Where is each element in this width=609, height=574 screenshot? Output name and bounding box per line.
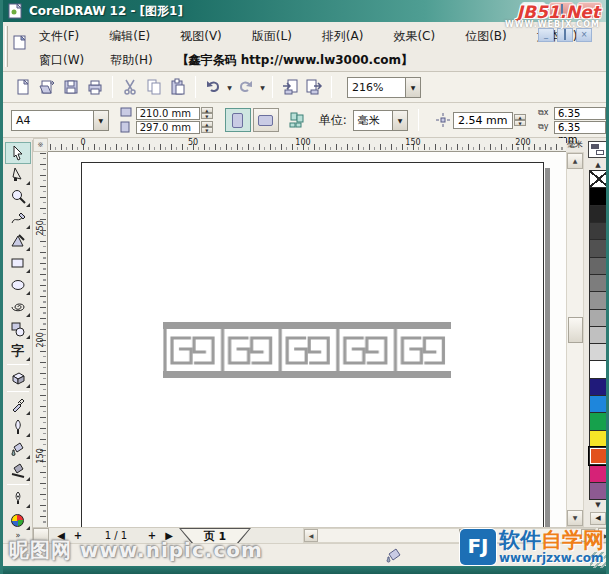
undo-button[interactable] — [201, 75, 225, 99]
zoom-level-combo[interactable]: 216% ▼ — [347, 77, 421, 98]
color-swatch-none[interactable] — [589, 170, 609, 188]
minimize-button[interactable]: — — [521, 2, 546, 19]
color-swatch[interactable] — [589, 326, 609, 344]
drawing-canvas[interactable] — [48, 152, 566, 527]
duplicate-x-field[interactable]: 6.35 mm — [554, 107, 606, 120]
smart-drawing-tool[interactable] — [5, 230, 31, 252]
color-swatch[interactable] — [589, 187, 609, 205]
text-tool[interactable]: 字 — [5, 340, 31, 362]
outline-pen-tool[interactable] — [5, 416, 31, 438]
zoom-tool[interactable] — [5, 186, 31, 208]
title-bar[interactable]: CorelDRAW 12 - [图形1] — × — [3, 0, 606, 22]
horizontal-scroll-thumb[interactable] — [459, 529, 487, 542]
nudge-offset-field[interactable]: 2.54 mm — [453, 112, 513, 129]
color-swatch[interactable] — [589, 464, 609, 482]
vertical-scroll-thumb[interactable] — [568, 317, 583, 343]
export-button[interactable] — [302, 75, 326, 99]
close-button[interactable]: × — [577, 2, 602, 19]
horizontal-scrollbar[interactable]: ◀ ▶ — [303, 528, 596, 543]
color-swatch[interactable] — [589, 205, 609, 223]
paper-height-field[interactable]: 297.0 mm — [136, 121, 200, 134]
color-swatch[interactable] — [589, 360, 609, 378]
color-swatch[interactable] — [589, 309, 609, 327]
mdi-close-button[interactable]: × — [576, 28, 592, 42]
fill-flyout[interactable] — [5, 509, 31, 531]
cut-button[interactable] — [118, 75, 142, 99]
outline-flyout[interactable] — [5, 487, 31, 509]
menu-effects[interactable]: 效果(C) — [391, 26, 437, 47]
nav-corner-button[interactable] — [33, 528, 49, 543]
color-swatch[interactable] — [589, 291, 609, 309]
print-button[interactable] — [83, 75, 107, 99]
horizontal-ruler[interactable]: 0 50 100 150 200 — [48, 138, 566, 152]
palette-options-button[interactable] — [588, 141, 607, 158]
scroll-right-button[interactable]: ▶ — [581, 529, 595, 542]
basic-shapes-tool[interactable] — [5, 318, 31, 340]
portrait-button[interactable] — [225, 108, 251, 132]
color-swatch[interactable] — [589, 378, 609, 396]
toolbox-overflow-chevron[interactable]: » — [16, 531, 20, 540]
first-page-button[interactable]: ◀ — [53, 528, 69, 543]
menu-layout[interactable]: 版面(L) — [250, 26, 294, 47]
last-page-button[interactable]: ▶ — [161, 528, 177, 543]
color-swatch[interactable] — [589, 343, 609, 361]
menu-edit[interactable]: 编辑(E) — [107, 26, 152, 47]
menu-arrange[interactable]: 排列(A) — [320, 26, 366, 47]
units-combo[interactable]: 毫米 ▼ — [353, 110, 408, 131]
scrollbar-corner-button[interactable]: ▶ — [598, 528, 609, 543]
redo-dropdown-arrow[interactable]: ▼ — [258, 84, 267, 91]
new-button[interactable] — [11, 75, 35, 99]
zoom-dropdown-arrow[interactable]: ▼ — [405, 78, 420, 97]
menu-help[interactable]: 帮助(H) — [108, 50, 154, 71]
all-pages-button[interactable] — [287, 108, 307, 132]
interactive-fill-tool[interactable] — [5, 460, 31, 482]
spiral-tool[interactable] — [5, 296, 31, 318]
color-swatch[interactable] — [589, 430, 609, 448]
color-swatch[interactable] — [589, 257, 609, 275]
paste-button[interactable] — [166, 75, 190, 99]
duplicate-y-field[interactable]: 6.35 mm — [554, 121, 606, 134]
ruler-origin-corner[interactable]: ※ — [33, 138, 48, 152]
redo-button[interactable] — [234, 75, 258, 99]
open-button[interactable] — [35, 75, 59, 99]
paper-height-spinner[interactable]: ▲▼ — [201, 121, 213, 133]
import-button[interactable] — [278, 75, 302, 99]
color-swatch[interactable] — [589, 222, 609, 240]
scroll-left-button[interactable]: ◀ — [304, 529, 318, 542]
color-swatch[interactable] — [589, 412, 609, 430]
pick-tool[interactable] — [5, 142, 31, 164]
color-swatch[interactable] — [589, 274, 609, 292]
nudge-spinner[interactable]: ▲▼ — [514, 114, 526, 126]
mdi-restore-button[interactable] — [557, 28, 573, 42]
paper-width-field[interactable]: 210.0 mm — [136, 107, 200, 120]
ellipse-tool[interactable] — [5, 274, 31, 296]
scroll-down-button[interactable]: ▼ — [567, 510, 583, 526]
menu-window[interactable]: 窗口(W) — [37, 50, 86, 71]
menu-view[interactable]: 视图(V) — [178, 26, 224, 47]
add-page-after-button[interactable]: + — [145, 528, 159, 543]
vertical-scrollbar[interactable]: ▲ ▼ — [566, 152, 584, 527]
paper-preset-combo[interactable]: A4 ▼ — [11, 110, 109, 131]
interactive-effects-tool[interactable] — [5, 367, 31, 389]
menu-file[interactable]: 文件(F) — [37, 26, 81, 47]
eyedropper-tool[interactable] — [5, 394, 31, 416]
paper-preset-dropdown-arrow[interactable]: ▼ — [93, 111, 108, 130]
paper-width-spinner[interactable]: ▲▼ — [201, 107, 213, 119]
menu-grip[interactable] — [5, 26, 8, 67]
units-dropdown-arrow[interactable]: ▼ — [392, 111, 407, 130]
color-swatch[interactable] — [589, 482, 609, 500]
shape-tool[interactable] — [5, 164, 31, 186]
mdi-minimize-button[interactable]: _ — [538, 28, 554, 42]
maximize-button[interactable] — [549, 2, 574, 19]
page-tab[interactable]: 页 1 — [179, 528, 251, 544]
undo-dropdown-arrow[interactable]: ▼ — [225, 84, 234, 91]
menu-tools[interactable]: 工具(O) — [606, 26, 609, 47]
meander-pattern[interactable] — [163, 322, 451, 378]
color-swatch-selected[interactable] — [589, 447, 609, 465]
palette-scroll-down[interactable]: ▼ — [590, 501, 606, 509]
fill-tool[interactable] — [5, 438, 31, 460]
color-swatch[interactable] — [589, 239, 609, 257]
landscape-button[interactable] — [253, 108, 279, 132]
palette-expand-button[interactable]: ◀ — [590, 512, 606, 525]
menu-bitmaps[interactable]: 位图(B) — [463, 26, 509, 47]
